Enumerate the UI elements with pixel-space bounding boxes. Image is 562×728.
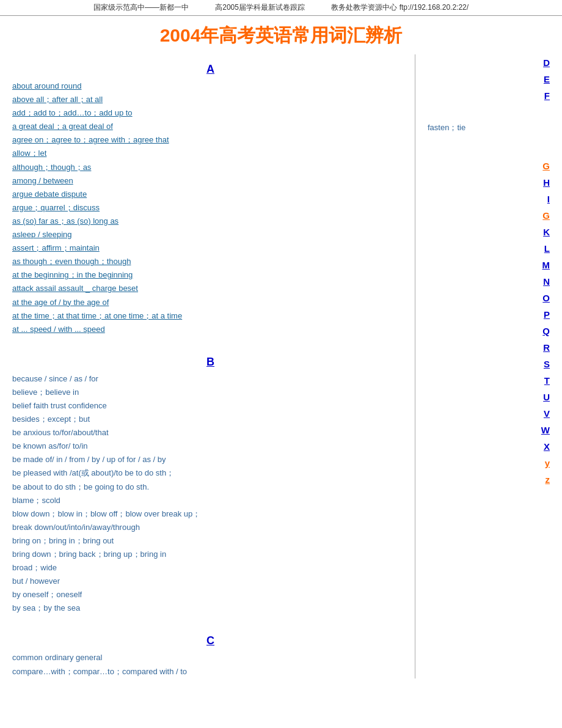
section-C-header[interactable]: C [12,634,409,647]
letter-y-orange[interactable]: y [545,455,550,471]
entry-a-great-deal[interactable]: a great deal；a great deal of [12,120,409,133]
top-bar: 国家级示范高中——新都一中 高2005届学科最新试卷跟踪 教务处教学资源中心 f… [0,0,562,16]
letter-M[interactable]: M [542,257,550,273]
entry-argue-debate-dispute[interactable]: argue debate dispute [12,188,409,201]
entry-as-though[interactable]: as though；even though；though [12,255,409,268]
entry-at-the-age-of[interactable]: at the age of / by the age of [12,296,409,309]
fasten-entry: fasten；tie [428,122,550,133]
letter-X[interactable]: X [544,438,550,455]
entry-bring-on: bring on；bring in；bring out [12,534,409,548]
letter-H[interactable]: H [543,174,550,191]
entry-be-known: be known as/for/ to/in [12,439,409,453]
letter-S[interactable]: S [544,356,550,372]
letter-V[interactable]: V [544,405,550,422]
entry-common: common ordinary general [12,651,409,664]
section-B-header[interactable]: B [12,356,409,369]
entry-bring-down: bring down；bring back；bring up；bring in [12,548,409,561]
entry-argue-quarrel[interactable]: argue；quarrel；discuss [12,201,409,215]
entry-allow[interactable]: allow；let [12,147,409,160]
letter-F[interactable]: F [544,87,550,104]
entry-at-the-beginning[interactable]: at the beginning；in the beginning [12,268,409,282]
entry-blame: blame；scold [12,494,409,507]
left-column: A about around round above all；after all… [12,54,415,678]
letter-index-2: G H I G K L M N O P Q R S T U V W X y z [428,158,550,488]
entry-be-pleased: be pleased with /at(或 about)/to be to do… [12,466,409,480]
entry-believe: believe；believe in [12,386,409,399]
track-label: 高2005届学科最新试卷跟踪 [215,3,305,12]
letter-N[interactable]: N [543,273,550,290]
entry-above-all[interactable]: above all；after all；at all [12,93,409,106]
letter-U[interactable]: U [543,389,550,405]
entry-be-made-of: be made of/ in / from / by / up of for /… [12,453,409,466]
entry-blow-down: blow down；blow in；blow off；blow over bre… [12,507,409,521]
right-column: D E F fasten；tie G H I G K L M N O P Q R… [415,54,550,678]
entry-agree[interactable]: agree on；agree to；agree with；agree that [12,133,409,147]
entry-broad: broad；wide [12,561,409,575]
entry-attack-assail[interactable]: attack assail assault _ charge beset [12,282,409,295]
letter-L[interactable]: L [544,240,550,257]
letter-W[interactable]: W [541,422,550,438]
letter-z-orange[interactable]: z [546,471,550,488]
letter-P[interactable]: P [544,306,550,323]
entry-besides: besides；except；but [12,413,409,426]
section-A-header[interactable]: A [12,63,409,76]
entry-but-however: but / however [12,575,409,588]
entry-although[interactable]: although；though；as [12,161,409,174]
letter-O[interactable]: O [542,290,550,306]
content-area: A about around round above all；after all… [0,54,562,678]
letter-D[interactable]: D [543,54,550,71]
entry-by-sea: by sea；by the sea [12,601,409,615]
entry-at-speed[interactable]: at ... speed / with ... speed [12,323,409,336]
letter-index: D E F [428,54,550,104]
entry-because: because / since / as / for [12,372,409,386]
entry-assert[interactable]: assert；affirm；maintain [12,241,409,255]
entry-compare: compare…with；compar…to；compared with / t… [12,665,409,678]
letter-K[interactable]: K [543,224,550,240]
entry-among-between[interactable]: among / between [12,174,409,188]
entry-as-far-as[interactable]: as (so) far as；as (so) long as [12,215,409,228]
entry-add[interactable]: add；add to；add…to；add up to [12,106,409,120]
entry-belief: belief faith trust confidence [12,399,409,413]
school-label: 国家级示范高中——新都一中 [93,3,189,12]
entry-be-about: be about to do sth；be going to do sth. [12,480,409,494]
letter-G-orange[interactable]: G [542,158,550,174]
letter-I[interactable]: I [547,191,550,207]
entry-about-around-round[interactable]: about around round [12,79,409,93]
letter-G2-orange[interactable]: G [542,207,550,224]
resource-label: 教务处教学资源中心 ftp://192.168.20.2:22/ [331,3,469,12]
entry-break-down: break down/out/into/in/away/through [12,521,409,534]
entry-by-oneself: by oneself；oneself [12,588,409,601]
letter-R[interactable]: R [543,339,550,356]
letter-Q[interactable]: Q [542,323,550,339]
letter-T[interactable]: T [544,372,550,389]
page-title: 2004年高考英语常用词汇辨析 [0,16,562,54]
letter-E[interactable]: E [544,71,550,87]
entry-be-anxious: be anxious to/for/about/that [12,426,409,439]
entry-at-the-time[interactable]: at the time；at that time；at one time；at … [12,309,409,323]
entry-asleep-sleeping[interactable]: asleep / sleeping [12,228,409,241]
